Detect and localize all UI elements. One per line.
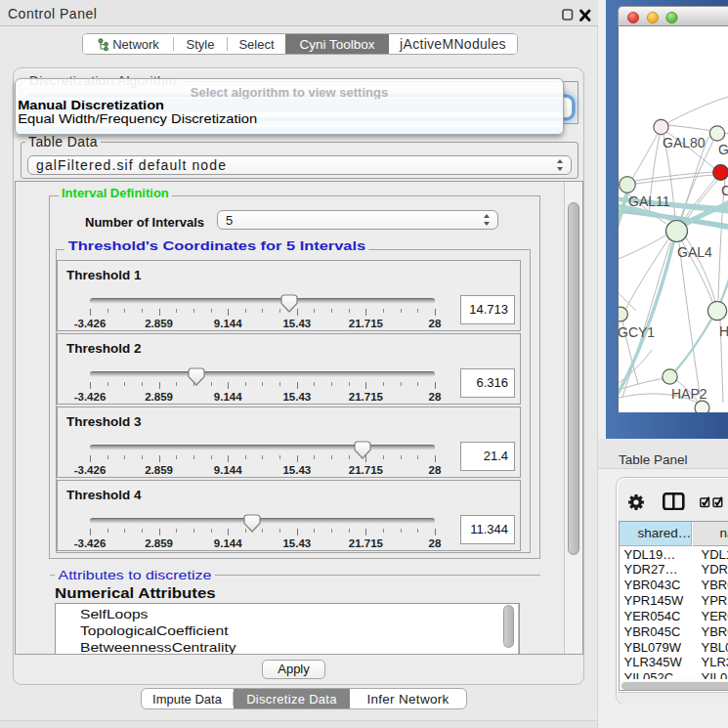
svg-text:GAL11: GAL11 — [628, 193, 670, 209]
svg-text:C: C — [721, 183, 728, 198]
svg-text:GAL4: GAL4 — [677, 244, 712, 260]
svg-text:GAL80: GAL80 — [663, 135, 706, 150]
svg-text:HAP2: HAP2 — [671, 386, 707, 402]
svg-text:GA: GA — [718, 142, 728, 157]
svg-text:GCY1: GCY1 — [619, 324, 655, 340]
svg-text:H: H — [719, 323, 728, 339]
